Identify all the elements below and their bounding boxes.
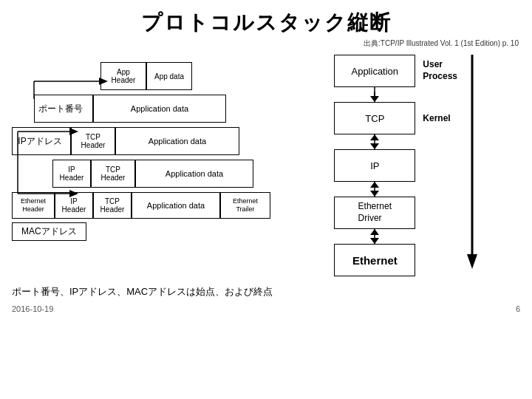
svg-marker-16 [370, 182, 379, 188]
connector-app-tcp [334, 87, 415, 102]
big-vertical-arrow [465, 55, 480, 269]
ip-header-box2: IPHeader [55, 192, 93, 219]
row4-boxes: IPHeader TCPHeader Application data [52, 160, 319, 188]
row2-appdata: Application data [93, 95, 226, 123]
arrow-tcp-ip [334, 134, 415, 149]
row3-appdata: Application data [115, 127, 239, 155]
row3-boxes: IPアドレス TCPHeader Application data [12, 127, 319, 155]
app-data-box: App data [146, 62, 192, 90]
kernel-label: Kernel [423, 113, 450, 123]
page-title: プロトコルスタック縦断 [0, 0, 532, 37]
footer: 2016-10-19 6 [0, 301, 532, 313]
tcp-header-box1: TCPHeader [71, 127, 115, 155]
connector-ip-eth [334, 182, 415, 197]
row5-appdata: Application data [132, 192, 220, 219]
row4-appdata: Application data [135, 160, 253, 188]
svg-marker-21 [467, 254, 477, 269]
port-label: ポート番号 [34, 95, 93, 123]
labels-column: UserProcess Kernel [423, 55, 457, 276]
arrow-app-tcp [334, 87, 415, 102]
svg-marker-15 [370, 191, 379, 197]
svg-marker-12 [370, 143, 379, 149]
svg-marker-13 [370, 134, 379, 140]
source-citation: 出典:TCP/IP Illustrated Vol. 1 (1st Editio… [0, 37, 532, 49]
arrow-ip-eth [334, 182, 415, 197]
tcp-layer-box: TCP [334, 102, 415, 134]
ip-layer-box: IP [334, 149, 415, 182]
svg-marker-18 [370, 238, 379, 244]
eth-trailer-box: EthernetTrailer [220, 192, 270, 219]
row2-boxes: ポート番号 Application data [34, 95, 319, 123]
svg-marker-19 [370, 229, 379, 235]
eth-header-box: EthernetHeader [12, 192, 55, 219]
connector-tcp-ip [334, 134, 415, 149]
bottom-section: ポート番号、IPアドレス、MACアドレスは始点、および終点 [0, 276, 532, 299]
bottom-note: ポート番号、IPアドレス、MACアドレスは始点、および終点 [12, 285, 520, 299]
tcp-header-box2: TCPHeader [91, 160, 135, 188]
footer-date: 2016-10-19 [12, 304, 53, 313]
ethernet-driver-layer-box: EthernetDriver [334, 197, 415, 229]
mac-address-label: MACアドレス [12, 222, 86, 241]
ethernet-layer-box: Ethernet [334, 244, 415, 276]
arrow-ethdrv-eth [334, 229, 415, 244]
tcp-header-box3: TCPHeader [93, 192, 132, 219]
layers-column: Application TCP IP [334, 55, 415, 276]
row1-boxes: AppHeader App data [100, 62, 319, 90]
footer-page: 6 [516, 304, 520, 313]
ip-header-box1: IPHeader [52, 160, 91, 188]
application-layer-box: Application [334, 55, 415, 87]
ip-address-label: IPアドレス [12, 127, 71, 155]
app-header-box: AppHeader [100, 62, 146, 90]
row5-boxes: EthernetHeader IPHeader TCPHeader Applic… [12, 192, 319, 219]
user-process-label: UserProcess [423, 59, 457, 82]
connector-ethdrv-eth [334, 229, 415, 244]
